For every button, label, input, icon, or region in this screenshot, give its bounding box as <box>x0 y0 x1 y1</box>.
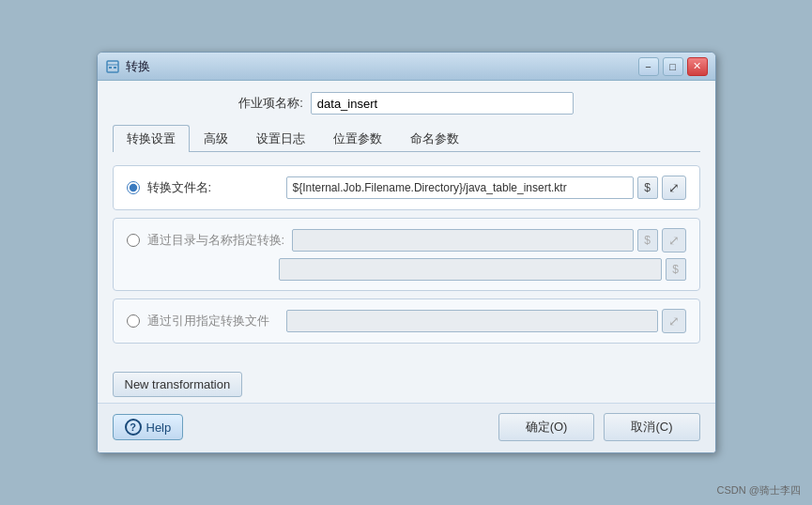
ref-radio[interactable] <box>127 314 140 328</box>
svg-rect-2 <box>109 67 112 69</box>
tab-advanced[interactable]: 高级 <box>190 125 242 152</box>
title-bar: 转换 − □ ✕ <box>98 53 715 81</box>
job-name-input[interactable] <box>311 92 574 115</box>
minimize-button[interactable]: − <box>638 57 659 76</box>
new-transformation-button[interactable]: New transformation <box>113 372 243 397</box>
dir-input-wrap: $ ⤢ <box>292 228 685 252</box>
file-input-wrap: $ ⤢ <box>286 176 686 200</box>
svg-rect-3 <box>114 67 116 69</box>
ref-option-section: 通过引用指定转换文件 ⤢ <box>113 298 700 344</box>
ref-expand-button: ⤢ <box>662 309 686 333</box>
dir-option-label: 通过目录与名称指定转换: <box>147 232 285 249</box>
file-option-label: 转换文件名: <box>147 179 279 196</box>
restore-button[interactable]: □ <box>663 57 683 76</box>
footer: ? Help 确定(O) 取消(C) <box>98 403 715 452</box>
file-dollar-icon[interactable]: $ <box>637 176 658 199</box>
title-bar-left: 转换 <box>105 58 150 75</box>
dir-sub-dollar-icon: $ <box>666 258 686 281</box>
dir-dollar-icon: $ <box>637 229 658 252</box>
dir-input1[interactable] <box>292 229 633 252</box>
main-window: 转换 − □ ✕ 作业项名称: 转换设置 高级 设置日志 位置参数 <box>97 52 716 453</box>
dir-expand-button: ⤢ <box>662 228 686 252</box>
dir-option-section: 通过目录与名称指定转换: $ ⤢ $ <box>113 218 700 291</box>
cancel-button[interactable]: 取消(C) <box>604 413 699 441</box>
dir-radio[interactable] <box>127 234 140 247</box>
ref-option-label: 通过引用指定转换文件 <box>147 313 279 329</box>
bottom-area: New transformation <box>98 364 715 403</box>
content-area: 作业项名称: 转换设置 高级 设置日志 位置参数 命名参数 <box>98 81 715 364</box>
file-radio[interactable] <box>127 181 140 194</box>
footer-buttons: 确定(O) 取消(C) <box>498 413 700 441</box>
svg-rect-0 <box>107 61 118 72</box>
ref-input-wrap: ⤢ <box>286 309 686 333</box>
window-controls: − □ ✕ <box>638 57 708 76</box>
file-path-input[interactable] <box>286 176 634 199</box>
help-circle-icon: ? <box>125 419 142 436</box>
window-title: 转换 <box>126 58 150 75</box>
job-name-label: 作业项名称: <box>238 95 303 112</box>
watermark: CSDN @骑士李四 <box>717 483 801 497</box>
ref-input <box>286 310 658 332</box>
confirm-button[interactable]: 确定(O) <box>498 413 595 441</box>
file-option-section: 转换文件名: $ ⤢ <box>113 165 700 210</box>
tab-bar: 转换设置 高级 设置日志 位置参数 命名参数 <box>113 124 700 152</box>
job-name-row: 作业项名称: <box>113 92 700 115</box>
window-icon <box>105 59 120 74</box>
tab-log-settings[interactable]: 设置日志 <box>242 125 319 152</box>
file-expand-button[interactable]: ⤢ <box>662 176 686 200</box>
dir-input2 <box>279 258 662 281</box>
dir-sub-row: $ <box>279 258 686 281</box>
file-option-row: 转换文件名: $ ⤢ <box>127 176 686 200</box>
help-label: Help <box>146 421 172 435</box>
tab-named-params[interactable]: 命名参数 <box>396 125 473 152</box>
tab-transform-settings[interactable]: 转换设置 <box>113 125 190 152</box>
help-button[interactable]: ? Help <box>113 414 184 440</box>
close-button[interactable]: ✕ <box>687 57 708 76</box>
ref-option-row: 通过引用指定转换文件 ⤢ <box>127 309 686 333</box>
tab-position-params[interactable]: 位置参数 <box>319 125 396 152</box>
dir-option-row: 通过目录与名称指定转换: $ ⤢ <box>127 228 686 252</box>
